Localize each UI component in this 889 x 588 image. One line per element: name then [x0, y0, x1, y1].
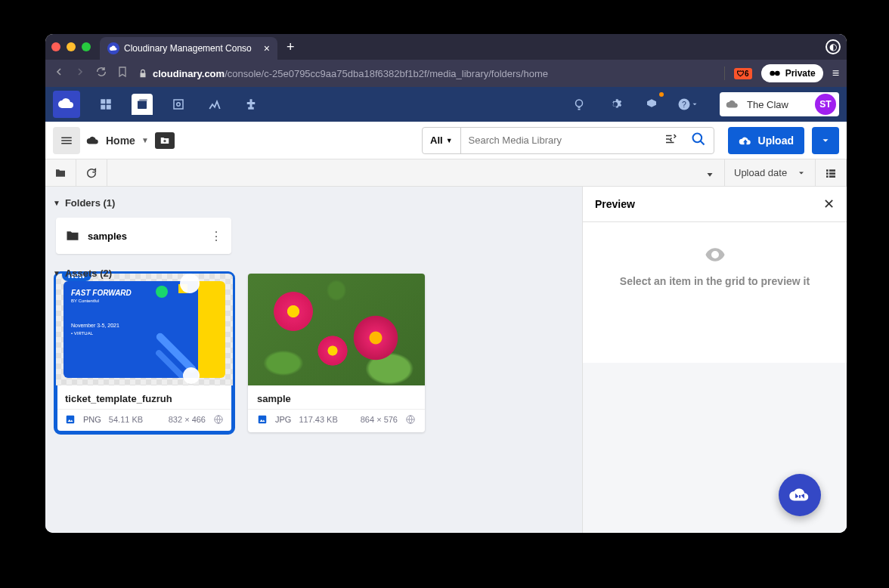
media-library-icon[interactable] [132, 94, 153, 115]
tab-title: Cloudinary Management Conso [124, 43, 252, 54]
app-topbar: ? The Claw ST [45, 87, 847, 122]
chevron-down-icon: ▼ [141, 136, 149, 144]
image-icon [257, 414, 268, 425]
upload-dropdown[interactable] [812, 127, 839, 154]
reports-icon[interactable] [204, 94, 225, 115]
svg-rect-5 [101, 105, 105, 110]
help-icon[interactable]: ? [677, 94, 698, 115]
asset-format: PNG [83, 415, 101, 424]
asset-name: ticket_template_fuzruh [56, 385, 233, 409]
lock-icon [138, 67, 148, 79]
folder-name: samples [88, 231, 203, 242]
advanced-search-icon[interactable] [658, 132, 683, 149]
svg-point-13 [692, 133, 702, 142]
cloud-icon [86, 134, 100, 147]
preview-header: Preview ✕ [583, 187, 847, 222]
svg-rect-7 [138, 101, 147, 110]
tab-bar: Cloudinary Management Conso × + ◐ [45, 34, 847, 60]
toolbar: Home ▼ All▼ Upload [45, 122, 847, 159]
asset-card[interactable]: New FAST FORWARD BY Contentful November … [56, 274, 233, 432]
shield-badge[interactable]: 🛡6 [734, 68, 752, 79]
cloudinary-icon [788, 484, 811, 506]
search-button[interactable] [683, 132, 714, 150]
svg-rect-14 [67, 416, 75, 424]
eye-icon [704, 243, 726, 266]
asset-thumbnail: FAST FORWARD BY Contentful November 3-5,… [56, 274, 233, 385]
profile-icon[interactable]: ◐ [826, 39, 841, 54]
maximize-window[interactable] [82, 42, 91, 51]
cloud-icon [726, 97, 739, 111]
asset-format: JPG [275, 415, 291, 424]
image-icon [65, 414, 76, 425]
refresh-button[interactable] [76, 159, 107, 186]
search-group: All▼ [422, 127, 714, 154]
upload-icon [739, 134, 752, 147]
globe-icon [405, 414, 416, 425]
asset-meta: PNG 54.11 KB 832 × 466 [56, 409, 233, 432]
asset-name: sample [248, 385, 425, 409]
svg-rect-2 [773, 73, 776, 73]
content-area: ▼Folders (1) samples ⋮ ▼Assets (2) New [45, 187, 847, 533]
preview-title: Preview [595, 198, 635, 210]
transformations-icon[interactable] [168, 94, 189, 115]
url-text: cloudinary.com/console/c-25e0795cc9aa75d… [153, 68, 548, 79]
window-controls [51, 42, 91, 51]
svg-point-9 [177, 103, 181, 107]
upload-button[interactable]: Upload [728, 127, 804, 154]
minimize-window[interactable] [67, 42, 76, 51]
url-box[interactable]: cloudinary.com/console/c-25e0795cc9aa75d… [138, 67, 715, 79]
svg-text:?: ? [682, 100, 686, 109]
private-pill[interactable]: Private [761, 64, 823, 82]
asset-card[interactable]: sample JPG 117.43 KB 864 × 576 [248, 274, 425, 432]
preview-empty-message: Select an item in the grid to preview it [620, 275, 810, 287]
close-window[interactable] [51, 42, 60, 51]
browser-menu-icon[interactable]: ≡ [832, 67, 839, 80]
filter-select[interactable]: All▼ [423, 128, 461, 153]
folder-view-icon[interactable] [45, 159, 76, 186]
list-view-icon[interactable] [816, 159, 847, 186]
folder-icon [65, 228, 80, 243]
folder-card[interactable]: samples ⋮ [56, 218, 231, 254]
subbar: Upload date [45, 159, 847, 187]
avatar[interactable]: ST [815, 94, 836, 115]
browser-window: Cloudinary Management Conso × + ◐ cloudi… [45, 34, 847, 533]
breadcrumb-label: Home [106, 135, 135, 147]
sort-direction[interactable] [695, 159, 725, 186]
folders-header[interactable]: ▼Folders (1) [53, 193, 575, 213]
help-fab[interactable] [779, 474, 821, 516]
new-tab-button[interactable]: + [287, 39, 295, 55]
asset-dims: 832 × 466 [169, 415, 206, 424]
globe-icon [213, 414, 224, 425]
folder-more-icon[interactable]: ⋮ [210, 229, 222, 243]
cloudinary-logo[interactable] [53, 91, 80, 118]
breadcrumb[interactable]: Home ▼ [86, 134, 149, 147]
search-input[interactable] [461, 128, 658, 153]
svg-point-10 [576, 100, 583, 107]
close-preview-icon[interactable]: ✕ [823, 196, 835, 212]
notifications-icon[interactable] [641, 94, 662, 115]
asset-size: 117.43 KB [299, 415, 337, 424]
svg-rect-3 [101, 99, 105, 104]
dashboard-icon[interactable] [95, 94, 116, 115]
bookmark-button[interactable] [116, 66, 129, 81]
assets-header[interactable]: ▼Assets (2) [53, 263, 112, 283]
back-button[interactable] [53, 66, 65, 81]
browser-tab[interactable]: Cloudinary Management Conso × [100, 37, 277, 60]
account-switcher[interactable]: The Claw ST [720, 92, 839, 116]
address-bar: cloudinary.com/console/c-25e0795cc9aa75d… [45, 60, 847, 87]
addons-icon[interactable] [240, 94, 262, 115]
tab-favicon [107, 42, 119, 54]
asset-meta: JPG 117.43 KB 864 × 576 [248, 409, 425, 432]
close-tab-icon[interactable]: × [264, 42, 270, 54]
add-folder-button[interactable] [155, 132, 175, 149]
svg-rect-8 [174, 100, 183, 109]
asset-size: 54.11 KB [109, 415, 143, 424]
settings-icon[interactable] [605, 94, 626, 115]
sort-field[interactable]: Upload date [725, 159, 816, 186]
preview-body: Select an item in the grid to preview it [583, 222, 847, 363]
menu-button[interactable] [53, 127, 80, 154]
forward-button[interactable] [74, 66, 86, 81]
tips-icon[interactable] [568, 94, 590, 115]
incognito-icon [769, 67, 781, 79]
reload-button[interactable] [95, 66, 107, 81]
